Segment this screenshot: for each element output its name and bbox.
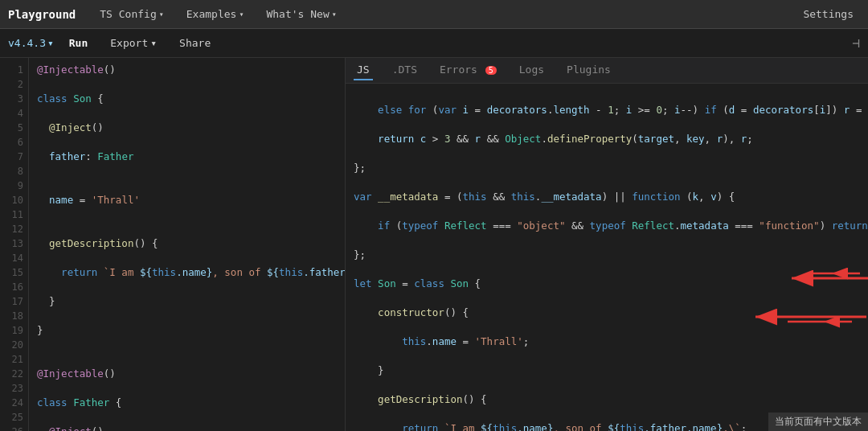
version-badge[interactable]: v4.4.3 ▾ [8, 37, 54, 49]
tab-plugins[interactable]: Plugins [563, 60, 614, 80]
editor-panel: 12345 678910 1112131415 1617181920 21222… [0, 58, 346, 431]
tab-js[interactable]: JS [354, 60, 373, 80]
export-button[interactable]: Export ▾ [103, 34, 164, 52]
main-area: 12345 678910 1112131415 1617181920 21222… [0, 58, 868, 431]
export-caret-icon: ▾ [150, 37, 157, 49]
export-label: Export [110, 37, 148, 49]
output-content[interactable]: else for (var i = decorators.length - 1;… [346, 84, 868, 431]
output-tabs: JS .DTS Errors 5 Logs Plugins [346, 58, 868, 84]
tab-errors[interactable]: Errors 5 [436, 60, 500, 80]
settings-button[interactable]: Settings [796, 5, 860, 23]
version-caret-icon: ▾ [47, 37, 54, 49]
errors-badge: 5 [485, 66, 497, 75]
version-label: v4.4.3 [8, 37, 46, 49]
whatsnew-caret-icon: ▾ [332, 10, 337, 18]
tab-logs[interactable]: Logs [516, 60, 547, 80]
nav-examples[interactable]: Examples ▾ [182, 5, 249, 23]
tab-dts[interactable]: .DTS [389, 60, 420, 80]
run-button[interactable]: Run [62, 34, 95, 52]
output-panel: JS .DTS Errors 5 Logs Plugins else for (… [346, 58, 868, 431]
examples-caret-icon: ▾ [239, 10, 244, 18]
nav-whatsnew[interactable]: What's New ▾ [261, 5, 341, 23]
line-numbers: 12345 678910 1112131415 1617181920 21222… [0, 58, 29, 431]
arrow-1 [346, 259, 868, 339]
top-nav: Playground TS Config ▾ Examples ▾ What's… [0, 0, 868, 29]
code-editor[interactable]: 12345 678910 1112131415 1617181920 21222… [0, 58, 345, 431]
toolbar: v4.4.3 ▾ Run Export ▾ Share ⊣ [0, 29, 868, 58]
pin-icon[interactable]: ⊣ [852, 35, 860, 51]
editor-code[interactable]: @Injectable() class Son { @Inject() fath… [29, 58, 345, 431]
app-title: Playground [8, 8, 76, 21]
share-button[interactable]: Share [172, 34, 218, 52]
nav-tsconfig[interactable]: TS Config ▾ [95, 5, 168, 23]
cn-version-note[interactable]: 当前页面有中文版本 [768, 413, 868, 431]
tsconfig-caret-icon: ▾ [159, 10, 164, 18]
